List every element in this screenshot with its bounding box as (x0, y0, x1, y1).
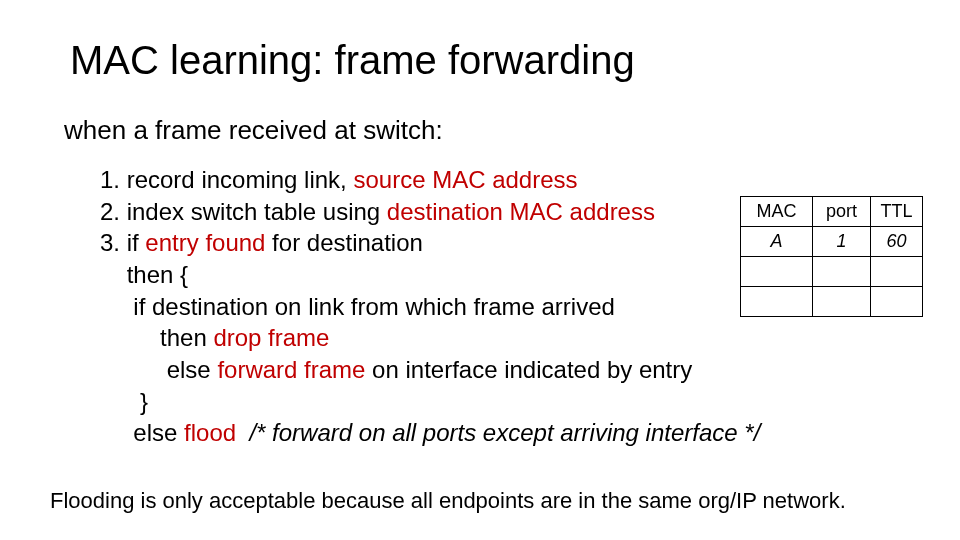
table-row: A 1 60 (741, 227, 923, 257)
switch-table: MAC port TTL A 1 60 (740, 196, 923, 317)
body-line-9: else flood /* forward on all ports excep… (100, 417, 920, 449)
table-header-mac: MAC (741, 197, 813, 227)
slide-title: MAC learning: frame forwarding (70, 38, 635, 83)
body-line-1: 1. record incoming link, source MAC addr… (100, 164, 920, 196)
slide: MAC learning: frame forwarding when a fr… (0, 0, 960, 540)
table-cell-port: 1 (813, 227, 871, 257)
body-line-8: } (100, 386, 920, 418)
table-cell-empty (871, 257, 923, 287)
table-row (741, 287, 923, 317)
table-header-ttl: TTL (871, 197, 923, 227)
table-header-row: MAC port TTL (741, 197, 923, 227)
table-cell-ttl: 60 (871, 227, 923, 257)
body-line-7: else forward frame on interface indicate… (100, 354, 920, 386)
table-cell-empty (741, 287, 813, 317)
table-header-port: port (813, 197, 871, 227)
table-cell-empty (813, 287, 871, 317)
table-cell-empty (813, 257, 871, 287)
body-line-6: then drop frame (100, 322, 920, 354)
slide-subtitle: when a frame received at switch: (64, 115, 443, 146)
table-cell-empty (741, 257, 813, 287)
table-cell-mac: A (741, 227, 813, 257)
table-row (741, 257, 923, 287)
slide-footer: Flooding is only acceptable because all … (50, 488, 846, 514)
table-cell-empty (871, 287, 923, 317)
